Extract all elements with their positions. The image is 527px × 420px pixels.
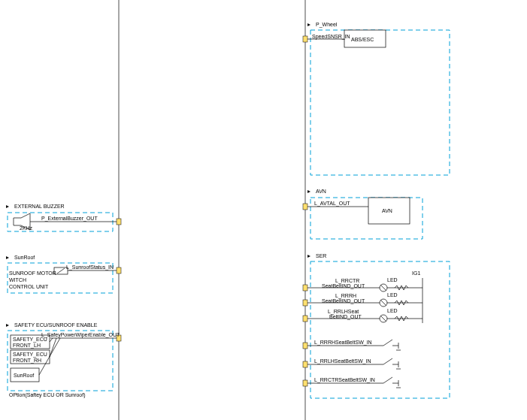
signal-extbuzzer: P_ExternalBuzzer_OUT: [41, 216, 98, 221]
safety-row2: FRONT_LH: [13, 343, 41, 348]
group-header-safety-arrow: [6, 322, 9, 328]
group-header-safety: SAFETY ECU/SUNROOF ENABLE: [14, 322, 97, 328]
block-avn: AVN: [382, 208, 392, 213]
svg-rect-4: [303, 36, 307, 42]
ser-s2a: L_RRRH: [335, 293, 356, 298]
signal-sunroof: L_SunroofStatus_IN: [66, 264, 114, 270]
ser-led2: LED: [387, 292, 398, 298]
svg-rect-31: [303, 361, 307, 367]
group-header-sunroof: SunRoof: [14, 255, 35, 260]
group-header-avn: AVN: [316, 189, 326, 194]
group-header-p-wheel: P_Wheel: [316, 22, 337, 27]
svg-rect-17: [303, 300, 307, 306]
group-header-p-wheel-arrow: [307, 21, 310, 28]
svg-rect-25: [303, 343, 307, 349]
ser-s1a: L_RRCTR: [335, 278, 359, 283]
group-header-avn-arrow: [307, 188, 310, 195]
ser-led1: LED: [387, 277, 398, 283]
svg-rect-21: [303, 316, 307, 322]
ser-s5: L_RRLHSeatBeltSW_IN: [314, 358, 371, 364]
ser-s1b: SeatBeltIND_OUT: [322, 283, 365, 289]
svg-rect-47: [117, 267, 121, 273]
ser-s3a: L_RRLHSeat: [328, 309, 359, 314]
safety-row3: SAFETY_ECU: [13, 352, 47, 357]
group-header-ser-arrow: [307, 252, 310, 259]
group-header-extbuzzer-arrow: [6, 203, 9, 210]
group-header-sunroof-arrow: [6, 254, 9, 261]
ser-s2b: SeatBeltIND_OUT: [322, 298, 365, 304]
signal-avtal: L_AVTAL_OUT: [314, 201, 350, 206]
svg-rect-44: [117, 219, 121, 225]
block-abs-esc: ABS/ESC: [351, 37, 374, 42]
group-header-ser: SER: [316, 253, 326, 258]
extbuzzer-freq: 2KHz: [20, 225, 32, 231]
svg-rect-37: [303, 380, 307, 386]
safety-row5: SunRoof: [14, 373, 34, 378]
ser-ig1: IG1: [412, 270, 420, 276]
svg-line-56: [50, 338, 53, 342]
svg-rect-2: [310, 30, 450, 175]
ser-led3: LED: [387, 308, 398, 313]
sunroof-unit2: WITCH: [9, 277, 26, 283]
sunroof-unit1: SUNROOF MOTOR: [9, 270, 56, 276]
group-header-extbuzzer: EXTERNAL BUZZER: [14, 204, 65, 209]
svg-rect-13: [303, 285, 307, 291]
sunroof-unit3: CONTROL UNIT: [9, 284, 48, 289]
ser-s4: L_RRRHSeatBeltSW_IN: [314, 340, 372, 345]
svg-rect-8: [303, 204, 307, 210]
signal-safety: L_SafeyPowerWiperEnable_OUT: [41, 332, 120, 337]
ser-s6: L_RRCTRSeatBeltSW_IN: [314, 377, 375, 382]
safety-row4: FRONT_RH: [13, 358, 41, 363]
svg-line-38: [383, 377, 392, 383]
wiring-diagram: [0, 0, 527, 420]
svg-line-26: [383, 340, 392, 346]
signal-speedsnsr: SpeedSNSR_IN: [312, 34, 350, 39]
ser-s3b: BeltIND_OUT: [329, 314, 362, 319]
svg-line-32: [383, 358, 392, 364]
safety-row1: SAFETY_ECU: [13, 337, 47, 342]
safety-option: OPtion(Saftey ECU OR Sunroof): [9, 392, 86, 397]
